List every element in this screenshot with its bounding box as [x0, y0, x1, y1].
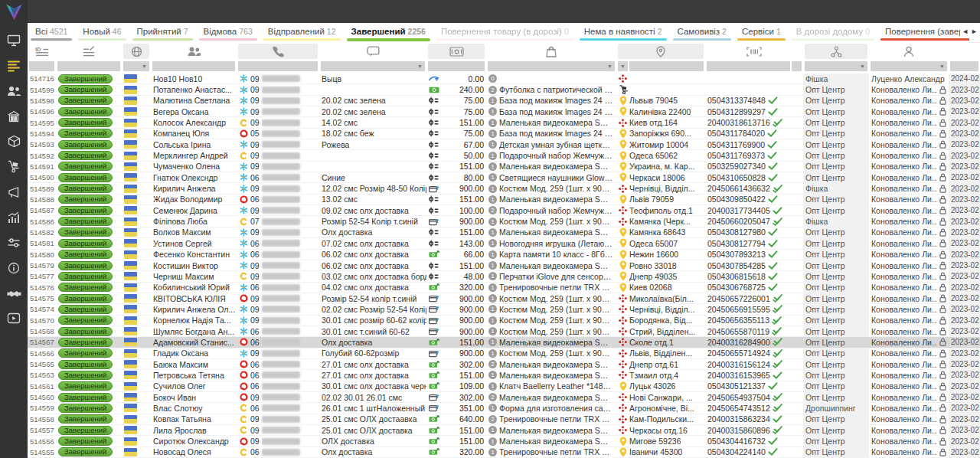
sidebar-item-marketing[interactable] — [2, 181, 25, 206]
column-header-id[interactable]: ID — [28, 43, 56, 60]
order-row[interactable]: 514588ЗавершенийЖидак Володимир0613.02 с… — [28, 195, 980, 205]
order-row[interactable]: 514586ЗавершенийФіліпова Люба07Розмір 52… — [28, 216, 980, 227]
order-row[interactable]: 514567ЗавершенийАдамовский Станис...06Ол… — [28, 337, 980, 348]
order-row[interactable]: 514563ЗавершенийПетровська Тетяна0627.01… — [28, 370, 980, 381]
tab-3[interactable]: Прийнятий7 — [129, 23, 196, 43]
sidebar-item-orders[interactable] — [2, 54, 25, 80]
column-header-manager[interactable] — [869, 43, 949, 60]
sidebar-item-dashboard[interactable] — [2, 29, 25, 54]
order-row[interactable]: 514589ЗавершенийКирилич Анжела0912.02 см… — [28, 183, 980, 194]
order-row[interactable]: 514590ЗавершенийГнатюк Олексндр06Синие80… — [28, 172, 980, 183]
filter-dropdown-icon[interactable]: ▼ — [939, 64, 945, 69]
order-row[interactable]: 514593ЗавершенийСольська Ірина09Рожева67… — [28, 139, 980, 150]
order-row[interactable]: 514570ЗавершенийКорнелюк Надія Та...0930… — [28, 316, 980, 326]
order-row[interactable]: 514595ЗавершенийКолосок Александр0914.02… — [28, 117, 980, 128]
order-row[interactable]: 514555ЗавершенийНовосад Олеся06Олх доста… — [28, 447, 980, 458]
order-row[interactable]: 514591ЗавершенийЧумаченко Олена09151.001… — [28, 162, 980, 172]
filter-input-date[interactable] — [950, 61, 978, 71]
tab-2[interactable]: Новый46 — [75, 23, 129, 43]
filter-input-product[interactable]: ▼ — [488, 61, 615, 71]
column-header-delivery[interactable] — [616, 43, 705, 60]
tab-scroll-left-icon[interactable]: ◄ — [962, 28, 969, 35]
filter-input-operator[interactable]: ▼ — [123, 61, 149, 71]
column-header-product[interactable] — [486, 43, 616, 60]
order-row[interactable]: 514577ЗавершенийЧерниш Максим0903.02 смс… — [28, 271, 980, 282]
filter-input-comment[interactable]: ▼ — [321, 61, 425, 71]
cell-phone: 09 — [237, 414, 319, 424]
order-row[interactable]: 514592ЗавершенийМерклингер Андрей0950.00… — [28, 150, 980, 161]
filter-input-manager[interactable]: ▼ — [871, 61, 947, 71]
order-row[interactable]: 514579ЗавершенийКостишин Виктор0906.02 с… — [28, 260, 980, 271]
tab-10[interactable]: Сервіси1 — [734, 23, 789, 43]
filter-input-id[interactable] — [29, 61, 54, 71]
filter-input-ttn[interactable] — [792, 61, 802, 71]
tracking-number: 20400318613716 — [707, 118, 770, 127]
order-row[interactable]: 514582ЗавершенийВолков Максим09Олх доста… — [28, 227, 980, 238]
tab-4[interactable]: Відмова763 — [196, 23, 260, 43]
sidebar-item-integrations[interactable] — [2, 231, 25, 257]
order-row[interactable]: 514558ЗавершенийКовпак Татьяна0925.01 см… — [28, 414, 980, 425]
filter-input-payment[interactable] — [428, 61, 485, 71]
order-row[interactable]: 514560ЗавершенийБокоч Иван0902.02 30.01 … — [28, 392, 980, 403]
column-header-payment[interactable] — [426, 43, 486, 60]
sidebar-item-clients[interactable] — [2, 80, 25, 105]
cell-tracking: 20450661436632 — [705, 183, 803, 193]
app-logo-icon[interactable] — [3, 2, 24, 21]
order-row[interactable]: 514716ЗавершенийНов10 Нов1009Выцв0.000Фі… — [28, 74, 980, 84]
filter-dropdown-icon[interactable]: ▼ — [620, 64, 626, 69]
filter-input-phone[interactable] — [238, 61, 318, 71]
tab-scroll-right-icon[interactable]: ► — [971, 28, 978, 35]
filter-dropdown-icon[interactable]: ▼ — [142, 64, 147, 69]
filter-input-delivery[interactable]: ▼ — [618, 61, 628, 71]
filter-input-ttn[interactable] — [707, 61, 790, 71]
filter-dropdown-icon[interactable]: ▼ — [417, 64, 423, 69]
order-row[interactable]: 514587ЗавершенийСеменюк Дарина0909.02 см… — [28, 205, 980, 216]
tab-6[interactable]: Завершений2256 — [344, 23, 433, 43]
filter-input-source[interactable]: ▼ — [805, 61, 867, 71]
left-sidebar — [0, 0, 28, 458]
order-row[interactable]: 514581ЗавершенийУстинов Сергей0607.02 см… — [28, 238, 980, 249]
tab-8[interactable]: Нема в наявності2 — [577, 23, 670, 43]
sidebar-item-tutorials[interactable] — [2, 307, 25, 332]
tab-11[interactable]: В дорозі додому0 — [789, 23, 877, 43]
order-row[interactable]: 514565ЗавершенийБаюка Максим0627.01 смс … — [28, 359, 980, 370]
filter-input-client[interactable] — [152, 61, 235, 71]
column-header-ttn[interactable] — [705, 43, 803, 60]
column-header-date[interactable] — [949, 43, 980, 60]
filter-input-status[interactable] — [57, 61, 120, 71]
tab-7[interactable]: Повернення товару (в дорозі)0 — [433, 23, 577, 43]
sidebar-item-partners[interactable] — [2, 282, 25, 307]
order-row[interactable]: 514594ЗавершенийКомпанец Юля0518.02 смс … — [28, 129, 980, 139]
tab-5[interactable]: Відправлений12 — [260, 23, 344, 43]
order-row[interactable]: 514568ЗавершенийШумляс Богдана Ан...0630… — [28, 326, 980, 337]
filter-input-delivery[interactable] — [629, 61, 704, 71]
order-row[interactable]: 514561ЗавершенийСучилов Олег0630.01 смс … — [28, 381, 980, 392]
column-header-comment[interactable] — [319, 43, 426, 60]
order-row[interactable]: 514580ЗавершенийФесенко Константин0606.0… — [28, 250, 980, 260]
column-header-client[interactable] — [151, 43, 237, 60]
order-row[interactable]: 514576ЗавершенийКобилинський Юрий0604.02… — [28, 283, 980, 293]
sidebar-item-company[interactable] — [2, 105, 25, 130]
filter-dropdown-icon[interactable]: ▼ — [607, 64, 612, 69]
order-row[interactable]: 514557ЗавершенийЛила Ярослав0925.01 смс … — [28, 425, 980, 436]
sidebar-item-statistics[interactable] — [2, 206, 25, 231]
order-row[interactable]: 514598ЗавершенийМалютина Светлана0920.02… — [28, 96, 980, 106]
sidebar-item-products[interactable] — [2, 130, 25, 155]
tab-12[interactable]: Повернення (завершений)125 — [877, 23, 969, 43]
order-row[interactable]: 514574ЗавершенийКирилич Анжела Ол...0902… — [28, 304, 980, 315]
order-row[interactable]: 514596ЗавершенийВегера Оксана0920.02 смс… — [28, 106, 980, 117]
order-row[interactable]: 514559ЗавершенийВлас Слотюу0626.01 смс 1… — [28, 403, 980, 414]
order-row[interactable]: 514599ЗавершенийПотапенко Анастас...0924… — [28, 84, 980, 95]
column-header-operator[interactable] — [122, 43, 151, 60]
sidebar-item-supply[interactable] — [2, 155, 25, 181]
order-row[interactable]: 514575ЗавершенийКВІТОВСЬКА ЮЛІЯ09Розмір … — [28, 293, 980, 304]
order-row[interactable]: 514556ЗавершенийСиротюк Олександр09ОЛХ д… — [28, 436, 980, 447]
column-header-phone[interactable] — [237, 43, 319, 60]
column-header-status[interactable] — [56, 43, 122, 60]
filter-dropdown-icon[interactable]: ▼ — [860, 64, 865, 69]
column-header-source[interactable] — [803, 43, 869, 60]
order-row[interactable]: 514566ЗавершенийГладик Оксана09Голубий 6… — [28, 348, 980, 359]
tab-1[interactable]: Всі4521 — [28, 23, 75, 43]
sidebar-item-info[interactable] — [2, 257, 25, 282]
tab-9[interactable]: Самовивіз2 — [670, 23, 734, 43]
